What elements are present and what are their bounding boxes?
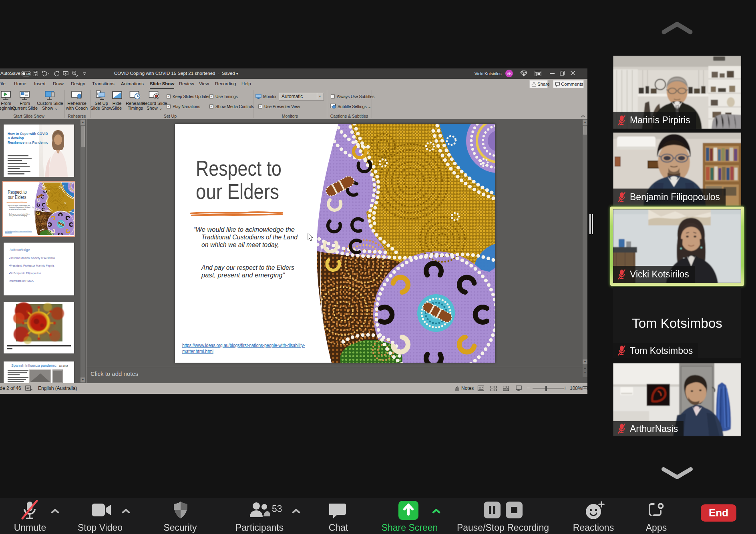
svg-text:Jan 1918: Jan 1918 — [59, 365, 68, 367]
svg-text:How to Cope with COVID: How to Cope with COVID — [8, 132, 48, 136]
svg-text:Resilience in a Pandemic: Resilience in a Pandemic — [8, 141, 48, 145]
svg-text:Spanish Influenza pandemic: Spanish Influenza pandemic — [11, 363, 57, 367]
svg-text:•President, Professor Marinis: •President, Professor Marinis Pirpiris — [9, 264, 54, 267]
svg-text:Off: Off — [26, 72, 30, 76]
svg-text:•Hellenic Medical Society of A: •Hellenic Medical Society of Australia — [9, 257, 55, 260]
svg-text:& develop: & develop — [8, 136, 24, 140]
svg-text:•Dr Benjamin Filipopoulos: •Dr Benjamin Filipopoulos — [9, 272, 41, 275]
svg-text:Acknowledge: Acknowledge — [10, 248, 30, 252]
svg-text:•Members of HMSA: •Members of HMSA — [9, 279, 34, 282]
